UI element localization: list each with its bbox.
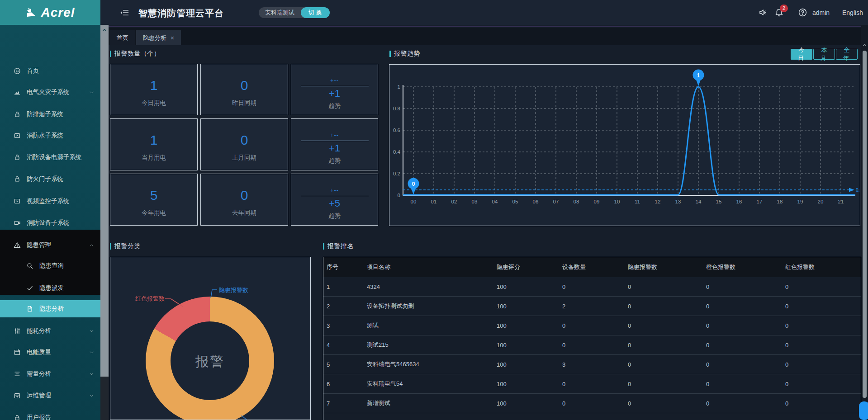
trend-range-button-本月[interactable]: 本月 <box>813 49 835 60</box>
tab-label: 隐患分析 <box>143 34 166 42</box>
table-cell: 3 <box>562 361 628 368</box>
svg-text:20: 20 <box>818 199 824 204</box>
svg-text:21: 21 <box>838 199 844 204</box>
tab-close-icon[interactable]: × <box>171 34 174 42</box>
page-scrollbar[interactable] <box>861 25 868 420</box>
sidebar-item-防排烟子系统[interactable]: 防排烟子系统 <box>0 106 100 123</box>
sidebar-item-视频监控子系统[interactable]: 视频监控子系统 <box>0 193 100 210</box>
sidebar-item-隐患派发[interactable]: 隐患派发 <box>0 279 100 297</box>
sidebar-item-电能质量[interactable]: 电能质量 <box>0 344 100 361</box>
table-cell: 测试215 <box>367 341 497 349</box>
tab-首页[interactable]: 首页 <box>110 30 135 45</box>
svg-text:13: 13 <box>675 199 681 204</box>
title-accent-bar <box>110 51 111 57</box>
lock-icon <box>14 111 21 118</box>
switch-project-button[interactable]: 切 换 <box>301 7 330 18</box>
sidebar-collapse-icon[interactable] <box>119 8 129 18</box>
table-cell: 0 <box>562 381 628 387</box>
section-title-text: 报警排名 <box>327 242 354 250</box>
chevron-up-icon <box>102 27 107 33</box>
table-cell: 0 <box>706 322 785 329</box>
table-cell: 0 <box>706 381 785 387</box>
calendar-icon <box>14 349 21 356</box>
help-icon[interactable] <box>798 8 807 17</box>
chevron-up-icon <box>89 242 95 248</box>
stat-label: 今日用电 <box>110 99 197 107</box>
table-cell: 100 <box>497 361 562 368</box>
notifications-button[interactable]: 2 <box>774 8 784 17</box>
sidebar-item-隐患查询[interactable]: 隐患查询 <box>0 257 100 274</box>
table-cell: 安科瑞电气5465634 <box>367 360 497 368</box>
table-cell: 新增测试 <box>367 399 497 407</box>
sidebar-item-运维管理[interactable]: 运维管理 <box>0 387 100 404</box>
donut-label-red-alarms: 红色报警数 <box>135 295 165 303</box>
trend-range-button-全年[interactable]: 全年 <box>836 49 858 60</box>
table-cell: 0 <box>562 283 628 290</box>
lock-icon <box>14 154 21 161</box>
sidebar-item-消防设备电源子系统[interactable]: 消防设备电源子系统 <box>0 149 100 166</box>
trend-value: +5 <box>291 198 378 209</box>
sidebar-item-电气火灾子系统[interactable]: 电气火灾子系统 <box>0 84 100 101</box>
table-cell: 0 <box>562 342 628 349</box>
trend-card: +--+5趋势 <box>291 174 378 226</box>
camera-icon <box>14 219 21 227</box>
page-scroll-up-button[interactable] <box>862 42 868 47</box>
sidebar-item-隐患管理[interactable]: 隐患管理 <box>0 236 100 254</box>
title-accent-bar <box>110 243 111 250</box>
stat-card-今日用电: 1今日用电 <box>110 64 198 115</box>
sidebar-item-能耗分析[interactable]: 能耗分析 <box>0 322 100 340</box>
table-row: 3测试1000000 <box>323 316 861 335</box>
speaker-icon[interactable] <box>758 8 768 17</box>
table-cell: 7 <box>327 400 367 407</box>
stat-value: 0 <box>201 132 288 148</box>
sidebar-item-label: 防火门子系统 <box>27 175 63 183</box>
stat-card-今年用电: 5今年用电 <box>110 174 198 226</box>
table-cell: 2 <box>327 303 367 310</box>
sidebar-scroll-up-button[interactable] <box>100 25 109 35</box>
project-selector: 安科瑞测试 切 换 <box>259 7 330 18</box>
page-scrollbar-thumb[interactable] <box>863 51 867 398</box>
sidebar-scrollbar-thumb[interactable] <box>100 35 109 377</box>
sidebar-item-首页[interactable]: 首页 <box>0 62 100 80</box>
title-accent-bar <box>389 51 391 57</box>
sidebar-item-消防水子系统[interactable]: 消防水子系统 <box>0 127 100 144</box>
svg-text:0.2: 0.2 <box>393 171 400 176</box>
alarm-ranking-title: 报警排名 <box>323 242 354 250</box>
table-cell: 0 <box>706 303 785 310</box>
sidebar-item-label: 首页 <box>27 67 39 75</box>
table-cell: 测试 <box>367 321 497 330</box>
table-cell: 0 <box>628 283 706 290</box>
sidebar-item-消防设备子系统[interactable]: 消防设备子系统 <box>0 214 100 231</box>
sidebar-item-label: 隐患管理 <box>27 241 51 249</box>
chevron-down-icon <box>89 90 95 95</box>
language-switch[interactable]: English <box>842 9 863 16</box>
svg-text:06: 06 <box>533 199 539 204</box>
table-header-cell: 橙色报警数 <box>706 263 785 271</box>
tab-隐患分析[interactable]: 隐患分析× <box>136 30 181 45</box>
stat-card-去年同期: 0去年同期 <box>200 174 288 226</box>
trend-label: 趋势 <box>291 212 378 220</box>
trend-label: 趋势 <box>291 102 378 110</box>
scroll-indicator-button[interactable] <box>859 401 868 420</box>
svg-text:11: 11 <box>635 199 640 204</box>
sidebar-item-需量分析[interactable]: 需量分析 <box>0 365 100 382</box>
sidebar-scrollbar[interactable] <box>100 25 109 420</box>
stat-card-上月同期: 0上月同期 <box>200 118 288 170</box>
sidebar-item-防火门子系统[interactable]: 防火门子系统 <box>0 170 100 188</box>
table-cell: 5 <box>327 361 367 368</box>
sidebar-item-隐患分析[interactable]: 隐患分析 <box>0 300 100 317</box>
svg-text:02: 02 <box>451 199 457 204</box>
username[interactable]: admin <box>812 9 830 16</box>
sidebar-item-用户报告[interactable]: 用户报告 <box>0 409 100 420</box>
table-cell: 0 <box>785 283 861 290</box>
stat-label: 去年同期 <box>201 209 288 217</box>
table-header-cell: 设备数量 <box>562 263 628 271</box>
svg-text:0.8: 0.8 <box>393 106 400 111</box>
trend-range-button-今日[interactable]: 今日 <box>791 49 812 60</box>
table-cell: 0 <box>706 361 785 368</box>
section-title-text: 报警分类 <box>114 242 141 250</box>
table-cell: 6 <box>327 381 367 387</box>
svg-text:10: 10 <box>614 199 620 204</box>
table-cell: 0 <box>785 361 861 368</box>
table-cell: 0 <box>785 303 861 310</box>
